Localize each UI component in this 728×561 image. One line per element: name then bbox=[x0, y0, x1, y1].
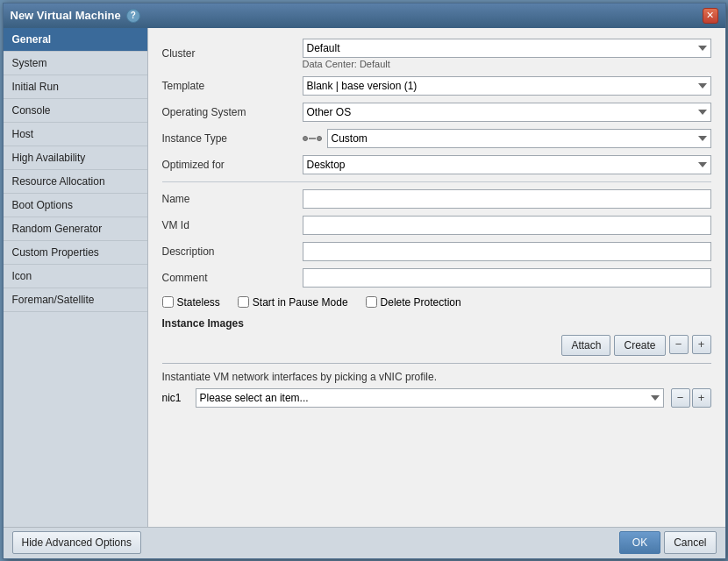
delete-protection-label: Delete Protection bbox=[381, 296, 461, 309]
cluster-subtext: Data Center: Default bbox=[303, 59, 711, 69]
template-row: Template Blank | base version (1) bbox=[162, 76, 711, 96]
help-icon[interactable]: ? bbox=[126, 9, 140, 23]
start-in-pause-checkbox[interactable] bbox=[238, 296, 249, 308]
close-button[interactable]: ✕ bbox=[703, 8, 718, 24]
sidebar-item-boot-options[interactable]: Boot Options bbox=[4, 194, 147, 217]
description-label: Description bbox=[162, 245, 303, 258]
main-content: General System Initial Run Console Host … bbox=[4, 28, 725, 527]
stateless-checkbox[interactable] bbox=[162, 296, 174, 308]
instance-type-label: Instance Type bbox=[162, 132, 303, 145]
template-control: Blank | base version (1) bbox=[303, 76, 711, 96]
footer: Hide Advanced Options OK Cancel bbox=[4, 527, 725, 558]
sidebar-item-host[interactable]: Host bbox=[4, 123, 147, 146]
start-in-pause-label: Start in Pause Mode bbox=[253, 296, 348, 309]
add-image-button[interactable]: + bbox=[692, 335, 711, 354]
attach-button[interactable]: Attach bbox=[561, 335, 610, 356]
comment-row: Comment bbox=[162, 268, 711, 288]
link-dot-right bbox=[317, 136, 322, 141]
description-control bbox=[303, 242, 711, 261]
cluster-label: Cluster bbox=[162, 47, 303, 60]
comment-input[interactable] bbox=[303, 268, 711, 288]
description-input[interactable] bbox=[303, 242, 711, 261]
title-bar-left: New Virtual Machine ? bbox=[11, 9, 140, 23]
description-row: Description bbox=[162, 242, 711, 261]
sidebar-item-icon[interactable]: Icon bbox=[4, 265, 147, 288]
optimized-for-select[interactable]: Desktop Server bbox=[303, 155, 711, 174]
hide-advanced-button[interactable]: Hide Advanced Options bbox=[12, 531, 141, 554]
cluster-select[interactable]: Default bbox=[303, 39, 711, 58]
sidebar-item-custom-properties[interactable]: Custom Properties bbox=[4, 241, 147, 265]
template-select[interactable]: Blank | base version (1) bbox=[303, 76, 711, 96]
network-info: Instantiate VM network interfaces by pic… bbox=[162, 371, 711, 383]
instance-type-control: Custom Small Medium Large bbox=[303, 129, 711, 148]
cancel-button[interactable]: Cancel bbox=[664, 531, 716, 554]
comment-control bbox=[303, 268, 711, 288]
title-bar: New Virtual Machine ? ✕ bbox=[4, 4, 725, 28]
dialog-title: New Virtual Machine bbox=[11, 9, 121, 22]
stateless-checkbox-item: Stateless bbox=[162, 296, 220, 309]
vm-id-control bbox=[303, 216, 711, 235]
images-separator bbox=[162, 363, 711, 364]
add-nic-button[interactable]: + bbox=[692, 388, 711, 408]
optimized-for-row: Optimized for Desktop Server bbox=[162, 155, 711, 174]
section-separator bbox=[162, 181, 711, 182]
template-label: Template bbox=[162, 80, 303, 92]
instance-type-row: Instance Type Custom Small Medium Large bbox=[162, 129, 711, 148]
content-area: Cluster Default Data Center: Default Tem… bbox=[148, 28, 725, 527]
operating-system-select[interactable]: Other OS Windows Linux bbox=[303, 103, 711, 122]
sidebar-item-foreman-satellite[interactable]: Foreman/Satellite bbox=[4, 288, 147, 312]
instance-images-buttons: Attach Create − + bbox=[162, 335, 711, 356]
sidebar-item-resource-allocation[interactable]: Resource Allocation bbox=[4, 170, 147, 194]
create-button[interactable]: Create bbox=[614, 335, 665, 356]
name-label: Name bbox=[162, 193, 303, 205]
instance-type-select[interactable]: Custom Small Medium Large bbox=[327, 129, 711, 148]
nic-row: nic1 Please select an item... − + bbox=[162, 388, 711, 408]
sidebar-item-console[interactable]: Console bbox=[4, 99, 147, 123]
operating-system-label: Operating System bbox=[162, 106, 303, 118]
footer-right: OK Cancel bbox=[619, 531, 717, 554]
cluster-control: Default Data Center: Default bbox=[303, 39, 711, 69]
comment-label: Comment bbox=[162, 272, 303, 284]
sidebar-item-general[interactable]: General bbox=[4, 28, 147, 52]
link-icon bbox=[303, 136, 322, 141]
sidebar-item-initial-run[interactable]: Initial Run bbox=[4, 75, 147, 99]
link-connector bbox=[309, 138, 316, 139]
remove-image-button[interactable]: − bbox=[669, 335, 689, 354]
nic-select[interactable]: Please select an item... bbox=[196, 388, 664, 408]
vm-id-row: VM Id bbox=[162, 216, 711, 235]
sidebar-item-system[interactable]: System bbox=[4, 52, 147, 75]
vm-id-label: VM Id bbox=[162, 219, 303, 231]
nic-button-group: − + bbox=[671, 388, 711, 408]
checkbox-row: Stateless Start in Pause Mode Delete Pro… bbox=[162, 296, 711, 309]
new-virtual-machine-dialog: New Virtual Machine ? ✕ General System I… bbox=[3, 3, 726, 559]
operating-system-control: Other OS Windows Linux bbox=[303, 103, 711, 122]
delete-protection-checkbox[interactable] bbox=[366, 296, 377, 308]
optimized-for-control: Desktop Server bbox=[303, 155, 711, 174]
name-input[interactable] bbox=[303, 189, 711, 209]
stateless-label: Stateless bbox=[177, 296, 220, 309]
ok-button[interactable]: OK bbox=[619, 531, 660, 554]
remove-nic-button[interactable]: − bbox=[671, 388, 690, 408]
sidebar-item-high-availability[interactable]: High Availability bbox=[4, 146, 147, 170]
optimized-for-label: Optimized for bbox=[162, 159, 303, 171]
instance-images-label: Instance Images bbox=[162, 317, 711, 330]
footer-left: Hide Advanced Options bbox=[12, 531, 141, 554]
cluster-row: Cluster Default Data Center: Default bbox=[162, 39, 711, 69]
name-row: Name bbox=[162, 189, 711, 209]
start-in-pause-checkbox-item: Start in Pause Mode bbox=[238, 296, 348, 309]
vm-id-input[interactable] bbox=[303, 216, 711, 235]
sidebar: General System Initial Run Console Host … bbox=[4, 28, 148, 527]
name-control bbox=[303, 189, 711, 209]
delete-protection-checkbox-item: Delete Protection bbox=[366, 296, 461, 309]
nic-label: nic1 bbox=[162, 392, 189, 404]
link-dot-left bbox=[303, 136, 308, 141]
operating-system-row: Operating System Other OS Windows Linux bbox=[162, 103, 711, 122]
sidebar-item-random-generator[interactable]: Random Generator bbox=[4, 217, 147, 241]
